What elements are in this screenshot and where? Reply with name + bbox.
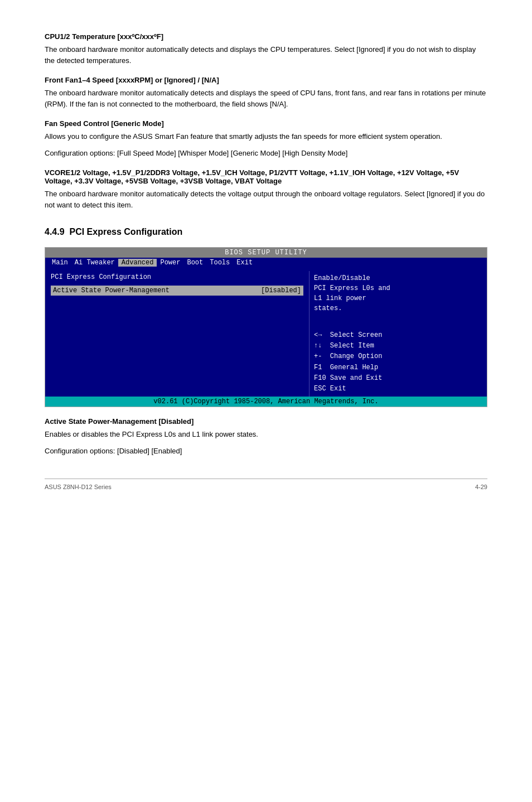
bios-tab-tools[interactable]: Tools xyxy=(206,259,233,267)
bios-title-bar: BIOS SETUP UTILITY xyxy=(45,248,487,258)
page-footer: ASUS Z8NH-D12 Series 4-29 xyxy=(45,479,487,490)
cpu-temp-body: The onboard hardware monitor automatical… xyxy=(45,44,487,66)
active-state-heading: Active State Power-Management [Disabled] xyxy=(45,417,487,426)
bios-tab-exit[interactable]: Exit xyxy=(233,259,256,267)
voltage-body: The onboard hardware monitor automatical… xyxy=(45,189,487,210)
bios-keys: <→ Select Screen ↑↓ Select Item +- Chang… xyxy=(314,330,482,394)
active-state-body1: Enables or disables the PCI Express L0s … xyxy=(45,429,487,440)
chapter-number: 4.4.9 xyxy=(45,227,65,236)
fan-speed-body: The onboard hardware monitor automatical… xyxy=(45,88,487,109)
bios-content: PCI Express Configuration Active State P… xyxy=(45,268,487,397)
fan-control-body1: Allows you to configure the ASUS Smart F… xyxy=(45,131,487,142)
fan-control-section: Fan Speed Control [Generic Mode] Allows … xyxy=(45,119,487,158)
bios-key-f10: F10 Save and Exit xyxy=(314,373,482,384)
bios-tab-advanced[interactable]: Advanced xyxy=(118,259,157,267)
bios-key-esc: ESC Exit xyxy=(314,384,482,394)
fan-control-body2: Configuration options: [Full Speed Mode]… xyxy=(45,148,487,159)
fan-control-heading: Fan Speed Control [Generic Mode] xyxy=(45,119,487,128)
bios-key-select-item: ↑↓ Select Item xyxy=(314,341,482,351)
bios-tab-bar: Main Ai Tweaker Advanced Power Boot Tool… xyxy=(45,258,487,268)
bios-tab-power[interactable]: Power xyxy=(157,259,183,267)
bios-right-panel: Enable/DisablePCI Express L0s andL1 link… xyxy=(309,271,487,397)
bios-menu-item-0[interactable]: Active State Power-Management [Disabled] xyxy=(51,286,303,296)
bios-screen-title: PCI Express Configuration xyxy=(51,273,303,281)
bios-menu-item-label-0: Active State Power-Management xyxy=(53,287,253,294)
footer-left: ASUS Z8NH-D12 Series xyxy=(45,484,112,490)
fan-speed-heading: Front Fan1–4 Speed [xxxxRPM] or [Ignored… xyxy=(45,76,487,84)
active-state-body2: Configuration options: [Disabled] [Enabl… xyxy=(45,446,487,457)
bios-screen: BIOS SETUP UTILITY Main Ai Tweaker Advan… xyxy=(45,247,487,407)
fan-speed-section: Front Fan1–4 Speed [xxxxRPM] or [Ignored… xyxy=(45,76,487,109)
voltage-heading: VCORE1/2 Voltage, +1.5V_P1/2DDR3 Voltage… xyxy=(45,168,487,185)
bios-key-change-option: +- Change Option xyxy=(314,351,482,362)
chapter-title: PCI Express Configuration xyxy=(69,227,182,236)
active-state-section: Active State Power-Management [Disabled]… xyxy=(45,417,487,456)
cpu-temp-section: CPU1/2 Temperature [xxxºC/xxxºF] The onb… xyxy=(45,32,487,66)
bios-footer: v02.61 (C)Copyright 1985-2008, American … xyxy=(45,397,487,407)
bios-help-text: Enable/DisablePCI Express L0s andL1 link… xyxy=(314,273,482,313)
bios-tab-main[interactable]: Main xyxy=(49,259,71,267)
cpu-temp-heading: CPU1/2 Temperature [xxxºC/xxxºF] xyxy=(45,32,487,41)
bios-key-f1: F1 General Help xyxy=(314,363,482,373)
bios-tab-aitweaker[interactable]: Ai Tweaker xyxy=(71,259,118,267)
bios-tab-boot[interactable]: Boot xyxy=(183,259,206,267)
bios-left-panel: PCI Express Configuration Active State P… xyxy=(45,271,309,397)
chapter-heading: 4.4.9 PCI Express Configuration xyxy=(45,227,487,237)
bios-menu-item-value-0: [Disabled] xyxy=(253,287,301,294)
footer-right: 4-29 xyxy=(475,484,487,490)
bios-key-select-screen: <→ Select Screen xyxy=(314,330,482,341)
voltage-section: VCORE1/2 Voltage, +1.5V_P1/2DDR3 Voltage… xyxy=(45,168,487,210)
